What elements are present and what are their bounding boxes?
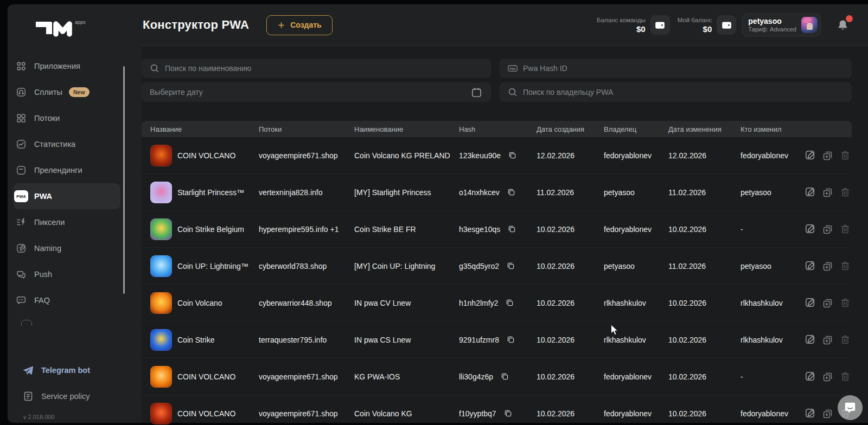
table-row[interactable]: COIN VOLCANOvoyageempire671.shopKG PWA-I… [142,358,852,395]
sidebar-service-policy[interactable]: Service policy [8,383,142,409]
duplicate-button[interactable] [821,407,834,420]
sidebar-item-push[interactable]: Push [14,261,120,287]
copy-hash-button[interactable] [505,298,514,307]
copy-hash-button[interactable] [507,224,516,234]
sidebar-item-pwa[interactable]: PWAPWA [14,183,120,209]
flows-cell: voyageempire671.shop [259,409,354,418]
delete-button[interactable] [839,149,852,162]
svg-text:PWA: PWA [509,68,516,70]
app-name: COIN VOLCANO [177,151,235,160]
copy-hash-button[interactable] [507,188,516,197]
pwa-icon: PWA [14,190,28,202]
duplicate-button[interactable] [821,333,834,346]
search-name-input[interactable] [165,64,483,73]
created-cell: 12.02.2026 [537,151,604,160]
table-row[interactable]: COIN VOLCANOvoyageempire671.shopCoin Vol… [142,137,852,174]
table-row[interactable]: Coin Strike Belgiumhyperempire595.info +… [142,211,852,248]
copy-hash-button[interactable] [503,409,513,418]
duplicate-button[interactable] [821,149,834,162]
column-header: Дата создания [537,125,604,133]
edit-button[interactable] [804,297,817,310]
page-title: Конструктор PWA [143,18,249,32]
delete-button[interactable] [839,370,852,383]
copy-hash-button[interactable] [500,372,509,381]
sidebar-item-flows[interactable]: Потоки [14,105,120,131]
sidebar-item-stats[interactable]: Статистика [14,131,120,157]
table-row[interactable]: COIN VOLCANOvoyageempire671.shopCoin Vol… [142,395,852,425]
modified-by-cell: rlkhashkulov [741,299,797,307]
table-row[interactable]: Coin Striketerraquester795.infoIN pwa CS… [142,321,852,358]
edit-button[interactable] [804,333,817,346]
my-wallet-button[interactable] [717,15,736,35]
duplicate-button[interactable] [821,297,834,310]
modified-cell: 11.02.2026 [668,188,741,197]
sidebar-item-apps[interactable]: Приложения [14,53,120,79]
table-row[interactable]: Starlight Princess™vertexninja828.info[M… [142,174,852,211]
sidebar-item-label: Потоки [34,114,60,123]
delete-button[interactable] [839,223,852,236]
team-wallet-button[interactable] [650,15,670,35]
copy-hash-button[interactable] [506,335,515,344]
edit-button[interactable] [804,370,817,383]
edit-button[interactable] [804,260,817,273]
table-header: НазваниеПотокиНаименованиеHashДата созда… [142,121,852,137]
duplicate-button[interactable] [821,186,834,199]
search-name-field[interactable] [142,59,491,78]
created-cell: 10.02.2026 [537,225,604,234]
user-profile-chip[interactable]: petyasoo Тариф: Advanced [742,14,821,36]
edit-button[interactable] [804,407,817,420]
flows-cell: voyageempire671.shop [259,372,354,381]
delete-button[interactable] [839,186,852,199]
my-balance: Мой баланс $0 [678,17,712,34]
copy-hash-button[interactable] [506,261,515,271]
hash-id-field[interactable]: PWA [500,59,852,78]
calendar-icon[interactable] [471,87,482,98]
app-name: COIN VOLCANO [177,409,235,418]
sidebar-telegram-bot[interactable]: Telegram bot [8,357,142,383]
flows-cell: cyberwarrior448.shop [259,299,354,307]
sidebar-item-prelanding[interactable]: Прелендинги [14,157,120,183]
owner-cell: fedoryablonev [604,151,668,160]
notifications-button[interactable] [837,19,849,31]
edit-button[interactable] [804,149,817,162]
create-button[interactable]: Создать [266,15,333,35]
duplicate-button[interactable] [821,260,834,273]
app-name: Coin UP: Lightning™ [177,262,248,271]
hash-value: h3esge10qs [459,225,500,234]
edit-button[interactable] [804,223,817,236]
date-input[interactable] [150,88,471,96]
hash-cell: 9291ufzmr8 [459,335,537,344]
table-row[interactable]: Coin UP: Lightning™cyberworld783.shop[MY… [142,248,852,285]
search-owner-field[interactable] [500,82,852,102]
actions-cell [797,223,852,236]
hash-cell: h3esge10qs [459,224,537,234]
table-row[interactable]: Coin Volcanocyberwarrior448.shopIN pwa C… [142,285,852,321]
column-header: Кто изменил [741,125,797,133]
duplicate-button[interactable] [821,370,834,383]
name-cell: COIN VOLCANO [150,145,259,166]
hash-id-input[interactable] [523,64,844,73]
sidebar-scrollbar[interactable] [123,66,125,294]
delete-button[interactable] [839,260,852,273]
app-name: Starlight Princess™ [177,188,244,197]
sidebar-item-naming[interactable]: Naming [14,235,120,261]
logo[interactable]: apps [8,4,142,52]
created-cell: 10.02.2026 [537,299,604,307]
sidebar-item-pixels[interactable]: Пиксели [14,209,120,235]
delete-button[interactable] [839,333,852,346]
sidebar-item-faq[interactable]: FAQ [14,287,120,313]
sidebar: apps ПриложенияСплитыNewПотокиСтатистика… [8,4,142,423]
search-owner-input[interactable] [523,88,844,96]
copy-hash-button[interactable] [508,151,517,160]
date-field[interactable] [142,82,491,102]
hash-value: o14nxhkcev [459,188,500,197]
prelanding-icon [16,165,27,176]
edit-button[interactable] [804,186,817,199]
user-name: petyasoo [748,17,796,25]
naming-cell: [MY] Coin UP: Lightning [354,262,459,271]
sidebar-item-splits[interactable]: СплитыNew [14,79,120,105]
chat-launcher-button[interactable] [838,395,863,420]
delete-button[interactable] [839,297,852,310]
duplicate-button[interactable] [821,223,834,236]
stats-icon [16,139,27,150]
